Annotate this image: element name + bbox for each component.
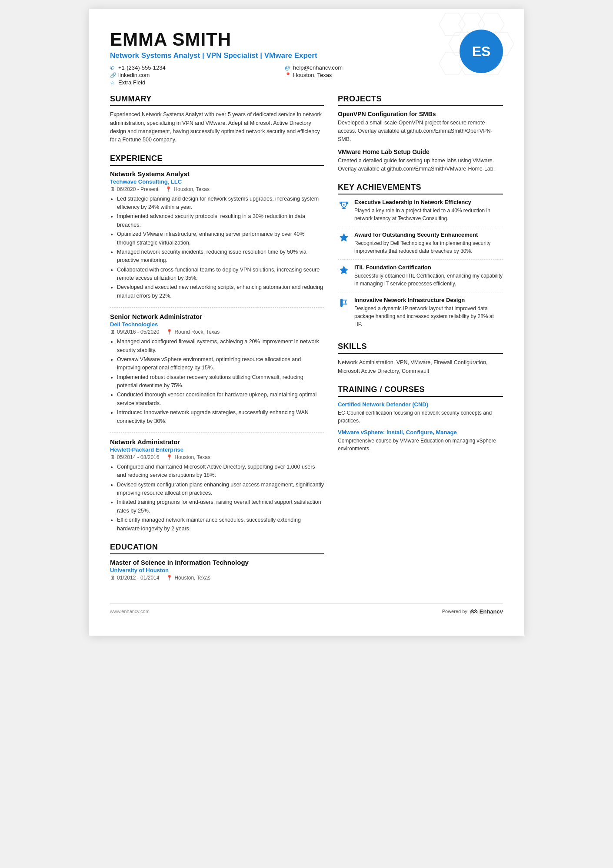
project-2-text: Created a detailed guide for setting up … (338, 157, 503, 173)
achievement-2: Award for Outstanding Security Enhanceme… (338, 231, 503, 260)
achievement-1-body: Executive Leadership in Network Efficien… (354, 199, 503, 222)
summary-title: SUMMARY (110, 94, 324, 106)
bullet-item: Devised system configuration plans enhan… (117, 481, 324, 498)
edu-degree: Master of Science in Information Technol… (110, 559, 324, 566)
enhancv-icon (470, 608, 478, 614)
page-footer: www.enhancv.com Powered by Enhancv (110, 603, 503, 615)
avatar-initials: ES (472, 44, 491, 60)
header-left: EMMA SMITH Network Systems Analyst | VPN… (110, 30, 449, 86)
job-1-date: 🗓 06/2020 - Present (110, 186, 158, 192)
achievement-1-title: Executive Leadership in Network Efficien… (354, 199, 503, 205)
phone-icon: ✆ (110, 65, 116, 71)
flag-icon (338, 297, 350, 309)
svg-marker-11 (340, 266, 348, 274)
training-title: TRAINING / COURSES (338, 385, 503, 397)
bullet-item: Configured and maintained Microsoft Acti… (117, 463, 324, 480)
job-3-company: Hewlett-Packard Enterprise (110, 446, 324, 453)
star-icon: ☆ (110, 80, 116, 86)
calendar-icon: 🗓 (110, 186, 115, 192)
footer-brand: Powered by Enhancv (442, 608, 503, 615)
calendar-icon: 🗓 (110, 329, 115, 335)
main-content: SUMMARY Experienced Network Systems Anal… (110, 94, 503, 590)
enhancv-logo: Enhancv (470, 608, 503, 615)
powered-by-text: Powered by (442, 609, 467, 614)
location-contact: 📍 Houston, Texas (285, 72, 449, 78)
job-1-location: 📍 Houston, Texas (165, 186, 210, 192)
edu-location: 📍 Houston, Texas (166, 575, 210, 581)
extra-value: Extra Field (118, 79, 145, 86)
achievements-title: KEY ACHIEVEMENTS (338, 183, 503, 194)
star-achievement-icon (338, 231, 350, 244)
job-3-meta: 🗓 05/2014 - 08/2016 📍 Houston, Texas (110, 454, 324, 460)
bullet-item: Managed network security incidents, redu… (117, 248, 324, 265)
training-section: TRAINING / COURSES Certified Network Def… (338, 385, 503, 452)
edu-school: University of Houston (110, 567, 324, 573)
left-column: SUMMARY Experienced Network Systems Anal… (110, 94, 324, 590)
job-2-meta: 🗓 09/2016 - 05/2020 📍 Round Rock, Texas (110, 329, 324, 335)
job-3-title: Network Administrator (110, 438, 324, 446)
skills-title: SKILLS (338, 342, 503, 354)
edu-meta: 🗓 01/2012 - 01/2014 📍 Houston, Texas (110, 575, 324, 581)
bullet-item: Implemented robust disaster recovery sol… (117, 373, 324, 390)
achievement-1-text: Played a key role in a project that led … (354, 207, 503, 222)
email-contact: @ help@enhancv.com (285, 64, 449, 71)
job-2: Senior Network Administrator Dell Techno… (110, 313, 324, 426)
job-2-company: Dell Technologies (110, 321, 324, 328)
achievement-1: Executive Leadership in Network Efficien… (338, 199, 503, 227)
summary-text: Experienced Network Systems Analyst with… (110, 111, 324, 144)
linkedin-contact: 🔗 linkedin.com (110, 72, 274, 78)
summary-section: SUMMARY Experienced Network Systems Anal… (110, 94, 324, 144)
job-3-date: 🗓 05/2014 - 08/2016 (110, 454, 159, 460)
bullet-item: Implemented advanced security protocols,… (117, 212, 324, 229)
course-1-text: EC-Council certification focusing on net… (338, 409, 503, 425)
project-1-title: OpenVPN Configuration for SMBs (338, 111, 503, 117)
svg-rect-12 (341, 299, 343, 307)
calendar-icon: 🗓 (110, 454, 115, 460)
svg-point-9 (343, 204, 345, 206)
brand-name: Enhancv (480, 608, 503, 615)
phone-contact: ✆ +1-(234)-555-1234 (110, 64, 274, 71)
achievement-4-text: Designed a dynamic IP network layout tha… (354, 305, 503, 328)
linkedin-icon: 🔗 (110, 72, 116, 78)
resume-page: EMMA SMITH Network Systems Analyst | VPN… (89, 9, 524, 636)
course-2: VMware vSphere: Install, Configure, Mana… (338, 429, 503, 452)
extra-contact: ☆ Extra Field (110, 79, 274, 86)
pin-icon: 📍 (166, 575, 173, 581)
job-2-bullets: Managed and configured firewall systems,… (110, 338, 324, 426)
bullet-item: Conducted thorough vendor coordination f… (117, 391, 324, 408)
bullet-item: Introduced innovative network upgrade st… (117, 409, 324, 426)
achievements-section: KEY ACHIEVEMENTS Executive Le (338, 183, 503, 332)
project-2-title: VMware Home Lab Setup Guide (338, 148, 503, 155)
job-1-title: Network Systems Analyst (110, 170, 324, 178)
calendar-icon: 🗓 (110, 575, 115, 581)
job-2-location: 📍 Round Rock, Texas (166, 329, 220, 335)
achievement-2-title: Award for Outstanding Security Enhanceme… (354, 231, 503, 238)
job-3-bullets: Configured and maintained Microsoft Acti… (110, 463, 324, 533)
bullet-item: Managed and configured firewall systems,… (117, 338, 324, 355)
email-value: help@enhancv.com (293, 64, 343, 71)
job-1-company: Techwave Consulting, LLC (110, 178, 324, 185)
skills-section: SKILLS Network Administration, VPN, VMwa… (338, 342, 503, 375)
projects-section: PROJECTS OpenVPN Configuration for SMBs … (338, 94, 503, 173)
job-3: Network Administrator Hewlett-Packard En… (110, 438, 324, 533)
contact-grid: ✆ +1-(234)-555-1234 @ help@enhancv.com 🔗… (110, 64, 449, 86)
job-2-date: 🗓 09/2016 - 05/2020 (110, 329, 159, 335)
avatar: ES (460, 30, 503, 73)
candidate-name: EMMA SMITH (110, 30, 449, 50)
bullet-item: Initiated training programs for end-user… (117, 498, 324, 515)
job-1-meta: 🗓 06/2020 - Present 📍 Houston, Texas (110, 186, 324, 192)
job-1-bullets: Led strategic planning and design for ne… (110, 195, 324, 301)
job-3-location: 📍 Houston, Texas (166, 454, 210, 460)
course-1: Certified Network Defender (CND) EC-Coun… (338, 401, 503, 425)
job-divider (110, 432, 324, 433)
pin-icon: 📍 (166, 454, 173, 460)
bullet-item: Oversaw VMware vSphere environment, opti… (117, 355, 324, 372)
education-title: EDUCATION (110, 543, 324, 554)
course-2-text: Comprehensive course by VMware Education… (338, 437, 503, 452)
bullet-item: Led strategic planning and design for ne… (117, 195, 324, 212)
course-1-title: Certified Network Defender (CND) (338, 401, 503, 408)
achievement-3: ITIL Foundation Certification Successful… (338, 264, 503, 292)
bullet-item: Developed and executed new networking sc… (117, 283, 324, 300)
bullet-item: Collaborated with cross-functional teams… (117, 266, 324, 283)
achievement-4-title: Innovative Network Infrastructure Design (354, 297, 503, 303)
